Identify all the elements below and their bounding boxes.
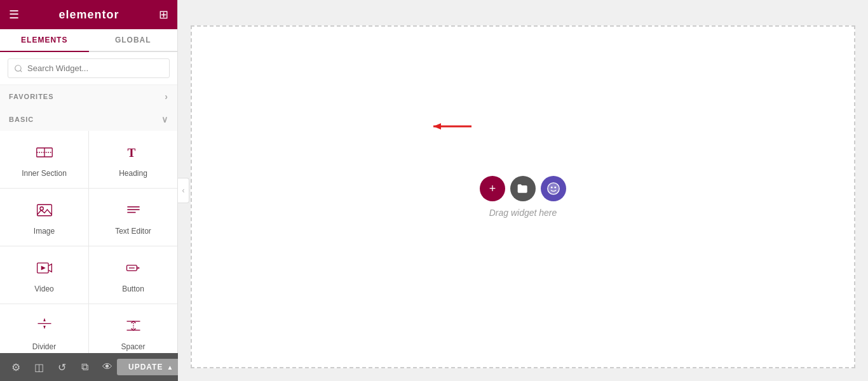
eye-icon[interactable]: 👁	[98, 358, 117, 377]
arrow-annotation	[427, 119, 478, 134]
collapse-sidebar-tab[interactable]: ‹	[178, 178, 189, 203]
widget-inner-section[interactable]: Inner Section	[0, 131, 88, 188]
widget-heading[interactable]: T Heading	[89, 131, 177, 188]
tab-global[interactable]: GLOBAL	[89, 29, 178, 51]
canvas-drop-zone[interactable]: + Drag widge	[191, 25, 855, 368]
widget-grid: Inner Section T Heading	[0, 131, 177, 361]
svg-marker-10	[41, 266, 45, 271]
drag-hint: Drag widget here	[489, 208, 557, 218]
sidebar-header: ☰ elementor ⊞	[0, 0, 177, 29]
widget-text-editor[interactable]: Text Editor	[89, 189, 177, 246]
inner-section-label: Inner Section	[22, 169, 67, 178]
responsive-icon[interactable]: ⧉	[75, 358, 94, 377]
sidebar: ☰ elementor ⊞ ELEMENTS GLOBAL FAVORITES …	[0, 0, 178, 381]
spacer-label: Spacer	[121, 342, 145, 351]
tab-elements[interactable]: ELEMENTS	[0, 29, 89, 52]
svg-point-5	[40, 207, 43, 210]
svg-marker-15	[43, 318, 46, 321]
text-editor-icon	[125, 201, 142, 222]
basic-label: BASIC	[9, 116, 34, 123]
spacer-icon	[125, 317, 142, 337]
widget-image[interactable]: Image	[0, 189, 88, 246]
favorites-label: FAVORITES	[9, 93, 54, 100]
svg-point-21	[554, 187, 556, 189]
settings-icon[interactable]: ⚙	[6, 358, 25, 377]
footer-icons: ⚙ ◫ ↺ ⧉ 👁	[6, 358, 117, 377]
update-label: UPDATE	[128, 363, 163, 371]
button-label: Button	[122, 284, 144, 293]
update-arrow-icon: ▲	[166, 364, 173, 371]
svg-marker-14	[43, 326, 46, 329]
widget-video[interactable]: Video	[0, 246, 88, 304]
hamburger-icon[interactable]: ☰	[9, 8, 19, 22]
svg-rect-4	[37, 204, 51, 216]
action-buttons: +	[480, 176, 566, 201]
image-label: Image	[34, 227, 55, 236]
image-icon	[36, 201, 53, 222]
favorites-chevron: ›	[165, 91, 168, 102]
widget-scroll-area: FAVORITES › BASIC ∨ Inner Section	[0, 85, 177, 381]
video-label: Video	[34, 284, 53, 293]
add-element-button[interactable]: +	[480, 176, 505, 201]
text-editor-label: Text Editor	[115, 227, 151, 236]
folder-button[interactable]	[510, 176, 536, 201]
heading-label: Heading	[119, 169, 147, 178]
grid-icon[interactable]: ⊞	[159, 8, 168, 22]
canvas-area: + Drag widge	[178, 0, 868, 381]
search-bar	[0, 52, 177, 85]
layers-icon[interactable]: ◫	[29, 358, 48, 377]
divider-icon	[36, 317, 53, 337]
button-icon	[125, 259, 142, 279]
update-button[interactable]: UPDATE ▲	[117, 359, 185, 375]
template-button[interactable]	[541, 176, 566, 201]
app-title: elementor	[58, 8, 119, 22]
tabs: ELEMENTS GLOBAL	[0, 29, 177, 52]
sidebar-footer: ⚙ ◫ ↺ ⧉ 👁 UPDATE ▲	[0, 353, 178, 381]
widget-button[interactable]: Button	[89, 246, 177, 304]
inner-section-icon	[36, 144, 53, 164]
basic-chevron: ∨	[161, 114, 168, 124]
video-icon	[36, 259, 53, 279]
divider-label: Divider	[32, 342, 56, 351]
basic-section-header[interactable]: BASIC ∨	[0, 108, 177, 131]
svg-marker-24	[433, 123, 441, 130]
svg-text:T: T	[127, 146, 135, 159]
svg-point-20	[551, 187, 553, 189]
heading-icon: T	[125, 144, 142, 164]
search-input[interactable]	[8, 58, 170, 78]
favorites-section-header[interactable]: FAVORITES ›	[0, 85, 177, 108]
history-icon[interactable]: ↺	[52, 358, 71, 377]
